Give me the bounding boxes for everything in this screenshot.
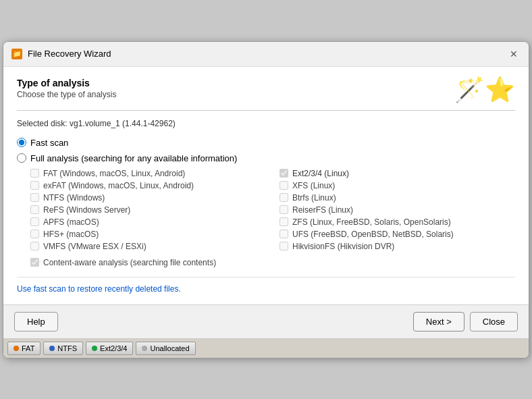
full-analysis-option[interactable]: Full analysis (searching for any availab… <box>17 153 515 163</box>
fs-exfat-checkbox[interactable] <box>30 181 39 190</box>
taskbar-ntfs-label: NTFS <box>57 344 77 352</box>
ext-dot <box>92 346 97 351</box>
title-bar-left: 📁 File Recovery Wizard <box>11 49 111 59</box>
fs-fat-label: FAT (Windows, macOS, Linux, Android) <box>43 169 185 178</box>
fs-btrfs-label: Btrfs (Linux) <box>292 193 336 203</box>
hint-text: Use fast scan to restore recently delete… <box>17 277 515 294</box>
footer: Help Next > Close <box>3 304 529 338</box>
fs-refs-label: ReFS (Windows Server) <box>43 205 130 215</box>
fs-vmfs-label: VMFS (VMware ESX / ESXi) <box>43 242 147 251</box>
title-bar: 📁 File Recovery Wizard ✕ <box>3 42 529 67</box>
fat-dot <box>14 346 19 351</box>
taskbar-ext: Ext2/3/4 <box>86 342 133 355</box>
fs-vmfs[interactable]: VMFS (VMware ESX / ESXi) <box>30 242 266 251</box>
fs-btrfs-checkbox[interactable] <box>280 193 288 202</box>
divider <box>17 110 515 111</box>
fs-xfs[interactable]: XFS (Linux) <box>280 181 515 190</box>
taskbar-unallocated-label: Unallocated <box>150 344 189 352</box>
fs-refs[interactable]: ReFS (Windows Server) <box>30 205 266 215</box>
fs-ext234[interactable]: Ext2/3/4 (Linux) <box>280 169 515 178</box>
fs-fat[interactable]: FAT (Windows, macOS, Linux, Android) <box>30 169 266 178</box>
section-subtitle: Choose the type of analysis <box>17 90 116 99</box>
fs-reiserfs[interactable]: ReiserFS (Linux) <box>280 205 515 215</box>
file-recovery-dialog: 📁 File Recovery Wizard ✕ Type of analysi… <box>3 41 529 358</box>
next-button[interactable]: Next > <box>413 312 464 331</box>
fs-zfs-label: ZFS (Linux, FreeBSD, Solaris, OpenSolari… <box>292 217 451 227</box>
app-icon: 📁 <box>11 49 22 59</box>
fs-ufs[interactable]: UFS (FreeBSD, OpenBSD, NetBSD, Solaris) <box>280 230 515 239</box>
close-button[interactable]: Close <box>470 312 518 331</box>
fs-ext234-checkbox[interactable] <box>280 169 288 178</box>
filesystem-grid: FAT (Windows, macOS, Linux, Android) Ext… <box>30 169 515 251</box>
fs-btrfs[interactable]: Btrfs (Linux) <box>280 193 515 203</box>
fs-fat-checkbox[interactable] <box>30 169 39 178</box>
fs-hfsplus-checkbox[interactable] <box>30 230 39 238</box>
fs-zfs-checkbox[interactable] <box>280 217 288 226</box>
fs-reiserfs-checkbox[interactable] <box>280 205 288 214</box>
taskbar: FAT NTFS Ext2/3/4 Unallocated <box>3 338 529 358</box>
full-analysis-label: Full analysis (searching for any availab… <box>30 153 237 163</box>
dialog-title: File Recovery Wizard <box>28 49 111 59</box>
section-title: Type of analysis <box>17 78 116 88</box>
fs-ntfs[interactable]: NTFS (Windows) <box>30 193 266 203</box>
main-content: Type of analysis Choose the type of anal… <box>3 67 529 304</box>
content-aware-label: Content-aware analysis (searching file c… <box>43 258 216 267</box>
fast-scan-option[interactable]: Fast scan <box>17 138 515 148</box>
fast-scan-radio[interactable] <box>17 138 26 147</box>
unallocated-dot <box>142 346 147 351</box>
taskbar-fat: FAT <box>7 342 41 355</box>
wizard-icon: 🪄⭐ <box>454 78 515 102</box>
content-aware-checkbox[interactable] <box>30 258 39 267</box>
header-text: Type of analysis Choose the type of anal… <box>17 78 116 99</box>
fs-ntfs-label: NTFS (Windows) <box>43 193 105 203</box>
fs-hfsplus-label: HFS+ (macOS) <box>43 230 99 239</box>
taskbar-ext-label: Ext2/3/4 <box>100 344 127 352</box>
fs-xfs-label: XFS (Linux) <box>292 181 335 190</box>
fs-ufs-checkbox[interactable] <box>280 230 288 238</box>
help-button[interactable]: Help <box>14 312 58 331</box>
content-aware-option[interactable]: Content-aware analysis (searching file c… <box>30 258 515 267</box>
fs-reiserfs-label: ReiserFS (Linux) <box>292 205 353 215</box>
taskbar-ntfs: NTFS <box>43 342 83 355</box>
fs-zfs[interactable]: ZFS (Linux, FreeBSD, Solaris, OpenSolari… <box>280 217 515 227</box>
ntfs-dot <box>49 346 55 351</box>
fs-hikvision-checkbox[interactable] <box>280 242 288 250</box>
fs-ext234-label: Ext2/3/4 (Linux) <box>292 169 349 178</box>
fs-ntfs-checkbox[interactable] <box>30 193 39 202</box>
fs-hikvision[interactable]: HikvisionFS (Hikvision DVR) <box>280 242 515 251</box>
fs-apfs-checkbox[interactable] <box>30 217 39 226</box>
fs-hfsplus[interactable]: HFS+ (macOS) <box>30 230 266 239</box>
fs-refs-checkbox[interactable] <box>30 205 39 214</box>
selected-disk-label: Selected disk: vg1.volume_1 (1.44.1-4296… <box>17 119 515 128</box>
fs-hikvision-label: HikvisionFS (Hikvision DVR) <box>292 242 394 251</box>
fs-exfat-label: exFAT (Windows, macOS, Linux, Android) <box>43 181 194 190</box>
taskbar-fat-label: FAT <box>22 344 34 352</box>
window-close-button[interactable]: ✕ <box>507 47 521 61</box>
taskbar-unallocated: Unallocated <box>136 342 195 355</box>
header-section: Type of analysis Choose the type of anal… <box>17 78 515 102</box>
fs-vmfs-checkbox[interactable] <box>30 242 39 250</box>
fs-ufs-label: UFS (FreeBSD, OpenBSD, NetBSD, Solaris) <box>292 230 454 239</box>
fs-exfat[interactable]: exFAT (Windows, macOS, Linux, Android) <box>30 181 266 190</box>
fs-apfs[interactable]: APFS (macOS) <box>30 217 266 227</box>
full-analysis-radio[interactable] <box>17 153 26 163</box>
footer-right-buttons: Next > Close <box>413 312 518 331</box>
fs-apfs-label: APFS (macOS) <box>43 217 99 227</box>
fs-xfs-checkbox[interactable] <box>280 181 288 190</box>
fast-scan-label: Fast scan <box>30 138 68 148</box>
